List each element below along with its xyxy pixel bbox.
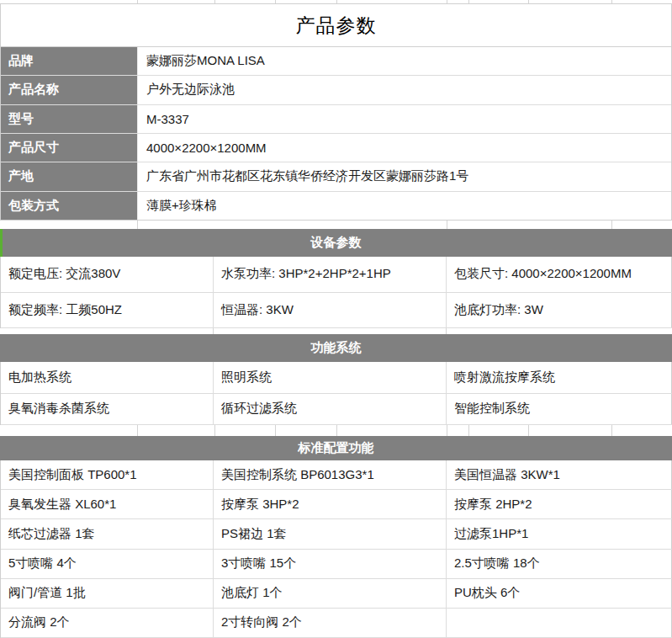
info-value: 广东省广州市花都区花东镇华侨经济开发区蒙娜丽莎路1号 — [138, 162, 671, 190]
gridline — [611, 221, 612, 229]
gridline — [336, 0, 337, 3]
spec-cell: 包装尺寸: 4000×2200×1200MM — [447, 257, 672, 293]
section-header-label: 标准配置功能 — [299, 440, 374, 456]
spec-cell: 循环过滤系统 — [214, 394, 447, 426]
gridline — [137, 221, 138, 229]
section-header-standard-config: 标准配置功能 — [0, 436, 672, 460]
info-row-packaging: 包装方式 薄膜+珍珠棉 — [1, 192, 671, 220]
spec-cell empty — [447, 609, 672, 638]
gridline-strip — [0, 328, 672, 334]
gridline — [137, 0, 138, 3]
info-label: 产品尺寸 — [1, 134, 138, 162]
standard-config-table: 美国控制面板 TP600*1 美国控制系统 BP6013G3*1 美国恒温器 3… — [0, 460, 672, 638]
gridline — [468, 425, 469, 436]
spec-cell: 照明系统 — [214, 362, 447, 394]
spec-cell: 3寸喷嘴 15个 — [214, 550, 447, 579]
spec-cell: PS裙边 1套 — [214, 519, 447, 549]
spec-cell: 5寸喷嘴 4个 — [1, 550, 214, 579]
info-row-origin: 产地 广东省广州市花都区花东镇华侨经济开发区蒙娜丽莎路1号 — [1, 162, 671, 191]
spec-cell: 纸芯过滤器 1套 — [1, 519, 214, 549]
gridline — [275, 0, 276, 3]
gridline — [611, 425, 612, 436]
spec-cell: PU枕头 6个 — [447, 579, 672, 609]
info-value: M-3337 — [138, 105, 671, 133]
spec-cell: 智能控制系统 — [447, 394, 672, 426]
spec-cell: 按摩泵 2HP*2 — [447, 490, 672, 519]
section-header-label: 功能系统 — [311, 340, 362, 356]
info-label: 品牌 — [1, 47, 138, 75]
gridline — [447, 221, 447, 229]
page-title: 产品参数 — [0, 3, 672, 47]
gridline — [214, 0, 215, 3]
gridline — [528, 425, 529, 436]
top-gridline-strip — [0, 0, 672, 3]
spec-cell: 阀门/管道 1批 — [1, 579, 214, 609]
info-row-product-name: 产品名称 户外无边际泳池 — [1, 76, 671, 104]
functions-table: 电加热系统 照明系统 喷射激流按摩系统 臭氧消毒杀菌系统 循环过滤系统 智能控制… — [0, 362, 672, 425]
info-label: 产地 — [1, 162, 138, 190]
gridline — [446, 328, 447, 334]
info-label: 包装方式 — [1, 192, 138, 220]
info-row-brand: 品牌 蒙娜丽莎MONA LISA — [1, 47, 671, 76]
gridline — [447, 425, 447, 436]
gridline — [611, 0, 612, 3]
info-label: 产品名称 — [1, 76, 138, 104]
gridline — [214, 425, 215, 436]
section-header-functions: 功能系统 — [0, 334, 672, 362]
spec-cell: 水泵功率: 3HP*2+2HP*2+1HP — [214, 257, 447, 293]
spec-cell: 过滤泵1HP*1 — [447, 519, 672, 549]
spec-cell: 2寸转向阀 2个 — [214, 609, 447, 638]
spec-cell: 美国控制系统 BP6013G3*1 — [214, 460, 447, 490]
gridline-strip — [0, 221, 672, 229]
section-header-label: 设备参数 — [311, 235, 362, 251]
spec-cell: 喷射激流按摩系统 — [447, 362, 672, 394]
gridline — [468, 0, 469, 3]
spec-cell: 按摩泵 3HP*2 — [214, 490, 447, 519]
spec-cell: 分流阀 2个 — [1, 609, 214, 638]
info-value: 4000×2200×1200MM — [138, 134, 671, 162]
gridline — [275, 425, 276, 436]
spec-cell: 美国恒温器 3KW*1 — [447, 460, 672, 490]
section-header-equipment: 设备参数 — [0, 229, 672, 257]
gridline — [528, 0, 529, 3]
gridline — [213, 328, 214, 334]
product-spec-sheet: 产品参数 品牌 蒙娜丽莎MONA LISA 产品名称 户外无边际泳池 型号 M-… — [0, 0, 672, 638]
spec-cell: 额定电压: 交流380V — [1, 257, 214, 293]
gridline — [336, 425, 337, 436]
spec-cell: 美国控制面板 TP600*1 — [1, 460, 214, 490]
spec-cell: 2.5寸喷嘴 18个 — [447, 550, 672, 579]
green-accent-strip — [0, 229, 3, 257]
spec-cell: 恒温器: 3KW — [214, 293, 447, 329]
info-row-model: 型号 M-3337 — [1, 105, 671, 134]
spec-cell: 池底灯 1个 — [214, 579, 447, 609]
equipment-table: 额定电压: 交流380V 水泵功率: 3HP*2+2HP*2+1HP 包装尺寸:… — [0, 257, 672, 328]
info-table: 品牌 蒙娜丽莎MONA LISA 产品名称 户外无边际泳池 型号 M-3337 … — [0, 47, 672, 221]
spec-cell: 臭氧发生器 XL60*1 — [1, 490, 214, 519]
gridline-strip — [0, 425, 672, 436]
spec-cell: 臭氧消毒杀菌系统 — [1, 394, 214, 426]
info-row-size: 产品尺寸 4000×2200×1200MM — [1, 134, 671, 162]
info-value: 薄膜+珍珠棉 — [138, 192, 671, 220]
info-value: 户外无边际泳池 — [138, 76, 671, 104]
spec-cell: 电加热系统 — [1, 362, 214, 394]
spec-cell: 池底灯功率: 3W — [447, 293, 672, 329]
info-value: 蒙娜丽莎MONA LISA — [138, 47, 671, 75]
spec-cell: 额定频率: 工频50HZ — [1, 293, 214, 329]
info-label: 型号 — [1, 105, 138, 133]
gridline — [447, 0, 447, 3]
gridline — [137, 425, 138, 436]
